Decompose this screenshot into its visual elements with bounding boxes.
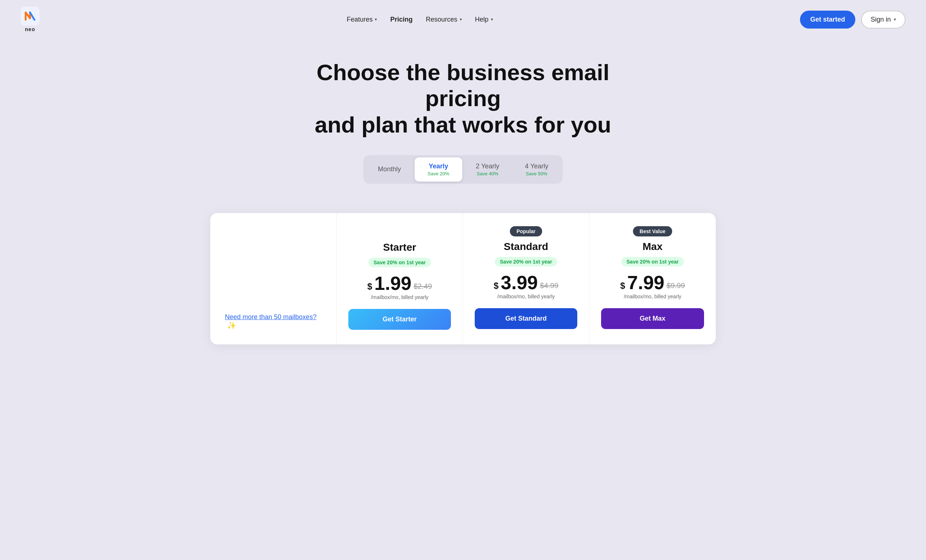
get-starter-button[interactable]: Get Starter [348, 309, 451, 330]
billing-yearly[interactable]: Yearly Save 20% [415, 157, 462, 181]
plan-starter: Starter Save 20% on 1st year $ 1.99 $2.4… [337, 213, 463, 344]
pricing-section: Need more than 50 mailboxes? ✨ Starter S… [0, 198, 926, 366]
pricing-grid: Need more than 50 mailboxes? ✨ Starter S… [210, 213, 716, 344]
plan-price-starter: $ 1.99 $2.49 [368, 274, 432, 293]
get-max-button[interactable]: Get Max [601, 308, 704, 329]
brand-logo[interactable]: neo [21, 7, 39, 32]
plan-save-starter: Save 20% on 1st year [369, 258, 431, 267]
sign-in-button[interactable]: Sign in ▾ [861, 11, 905, 29]
plan-period-max: /mailbox/mo, billed yearly [624, 294, 681, 299]
need-more-link[interactable]: Need more than 50 mailboxes? [225, 313, 316, 321]
hero-section: Choose the business email pricing and pl… [0, 39, 926, 198]
plan-name-starter: Starter [383, 242, 416, 253]
pricing-features-col: Need more than 50 mailboxes? ✨ [210, 213, 337, 344]
nav-actions: Get started Sign in ▾ [800, 11, 905, 29]
billing-toggle: Monthly Yearly Save 20% 2 Yearly Save 40… [363, 155, 563, 184]
get-started-button[interactable]: Get started [800, 11, 855, 29]
nav-resources[interactable]: Resources ▾ [426, 16, 461, 23]
plan-price-standard: $ 3.99 $4.99 [494, 273, 558, 292]
nav-links: Features ▾ Pricing Resources ▾ Help ▾ [346, 16, 493, 23]
chevron-down-icon: ▾ [491, 17, 493, 22]
plan-period-standard: /mailbox/mo, billed yearly [497, 294, 555, 299]
plan-period-starter: /mailbox/mo, billed yearly [371, 294, 428, 300]
plan-max: Best Value Max Save 20% on 1st year $ 7.… [589, 213, 716, 344]
plan-name-standard: Standard [504, 241, 548, 252]
best-value-badge: Best Value [633, 226, 672, 237]
nav-help[interactable]: Help ▾ [475, 16, 493, 23]
get-standard-button[interactable]: Get Standard [475, 308, 577, 329]
chevron-down-icon: ▾ [460, 17, 462, 22]
hero-heading: Choose the business email pricing and pl… [298, 59, 628, 137]
need-more-mailboxes: Need more than 50 mailboxes? ✨ [225, 313, 322, 330]
billing-4yearly[interactable]: 4 Yearly Save 50% [513, 157, 560, 181]
plan-standard: Popular Standard Save 20% on 1st year $ … [463, 213, 589, 344]
plan-name-max: Max [643, 241, 662, 252]
plan-save-max: Save 20% on 1st year [621, 257, 684, 266]
popular-badge: Popular [510, 226, 542, 237]
billing-monthly[interactable]: Monthly [366, 157, 413, 181]
plan-price-max: $ 7.99 $9.99 [620, 273, 685, 292]
navigation: neo Features ▾ Pricing Resources ▾ Help … [0, 0, 926, 39]
sparkle-icon: ✨ [227, 322, 236, 329]
nav-features[interactable]: Features ▾ [346, 16, 377, 23]
chevron-down-icon: ▾ [894, 17, 896, 22]
brand-name: neo [25, 26, 35, 32]
plan-save-standard: Save 20% on 1st year [495, 257, 557, 266]
chevron-down-icon: ▾ [375, 17, 377, 22]
nav-pricing[interactable]: Pricing [390, 16, 412, 23]
billing-2yearly[interactable]: 2 Yearly Save 40% [464, 157, 511, 181]
